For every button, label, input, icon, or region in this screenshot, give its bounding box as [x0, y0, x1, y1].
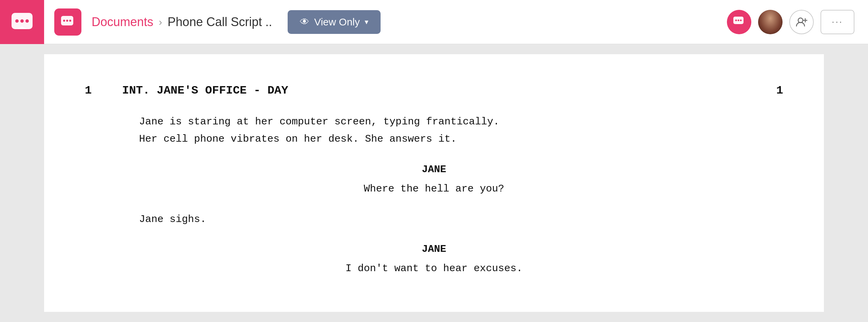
action-block-2: Jane sighs.	[139, 211, 783, 227]
more-options-button[interactable]: ···	[821, 10, 854, 34]
sidebar-right	[824, 44, 868, 322]
svg-point-7	[66, 20, 68, 22]
svg-point-1	[15, 19, 19, 23]
action-block-1: Jane is staring at her computer screen, …	[139, 113, 783, 148]
logo-area	[0, 0, 44, 44]
svg-point-3	[25, 19, 29, 23]
user-avatar-image	[758, 10, 783, 34]
scene-left: 1 INT. JANE'S OFFICE - DAY	[85, 81, 288, 100]
more-dots-label: ···	[832, 17, 843, 27]
app-logo-icon	[10, 10, 34, 34]
add-user-icon	[796, 16, 807, 28]
sidebar-left	[0, 44, 44, 322]
svg-point-2	[20, 19, 24, 23]
svg-point-13	[740, 19, 742, 21]
chat-avatar-button[interactable]	[727, 10, 751, 34]
header: Documents › Phone Call Script .. 👁 View …	[0, 0, 868, 44]
dialogue-block-2: I don't want to hear excuses.	[85, 260, 783, 277]
document-icon-button[interactable]	[54, 8, 81, 36]
document-chat-icon	[60, 15, 75, 29]
main-content: 1 INT. JANE'S OFFICE - DAY 1 Jane is sta…	[0, 44, 868, 322]
eye-icon: 👁	[300, 16, 309, 27]
chat-bubble-icon	[733, 16, 746, 28]
dialogue-block-1: Where the hell are you?	[85, 180, 783, 198]
scene-number-left: 1	[85, 81, 102, 100]
breadcrumb: Documents › Phone Call Script .. 👁 View …	[92, 10, 727, 34]
scene-heading-text: INT. JANE'S OFFICE - DAY	[122, 81, 288, 100]
character-name-1: JANE	[85, 161, 783, 178]
header-right: ···	[727, 10, 854, 34]
add-user-button[interactable]	[789, 10, 814, 34]
scene-number-right: 1	[776, 81, 783, 100]
breadcrumb-current-doc: Phone Call Script ..	[168, 15, 272, 29]
svg-point-8	[69, 20, 71, 22]
chevron-down-icon: ▾	[365, 18, 368, 26]
user-avatar[interactable]	[758, 10, 783, 34]
breadcrumb-chevron-icon: ›	[159, 16, 162, 28]
svg-point-11	[735, 19, 737, 21]
character-name-2: JANE	[85, 241, 783, 257]
breadcrumb-parent[interactable]: Documents	[92, 15, 153, 29]
view-only-label: View Only	[314, 16, 360, 28]
view-only-button[interactable]: 👁 View Only ▾	[288, 10, 381, 34]
scene-heading-line: 1 INT. JANE'S OFFICE - DAY 1	[85, 81, 783, 100]
svg-point-12	[738, 19, 739, 21]
svg-point-6	[63, 20, 65, 22]
document-area: 1 INT. JANE'S OFFICE - DAY 1 Jane is sta…	[44, 54, 824, 312]
